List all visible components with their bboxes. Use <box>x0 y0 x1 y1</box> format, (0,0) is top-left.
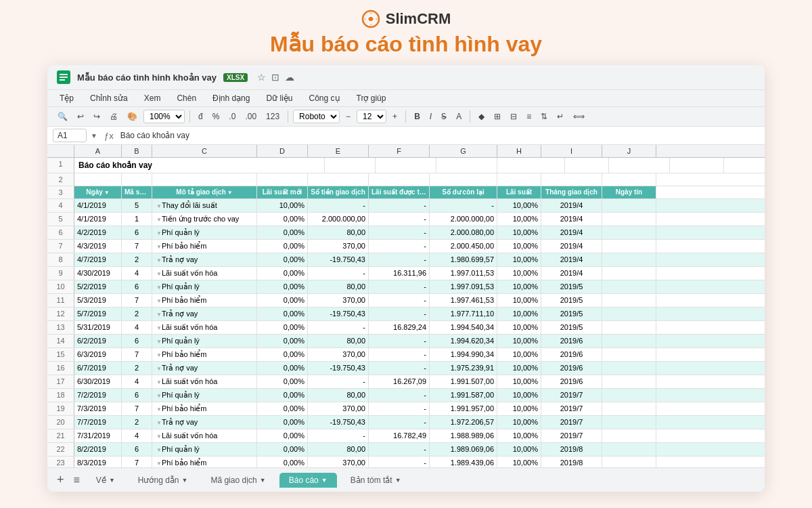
table-row: 12 5/7/2019 2 ▼Trả nợ vay 0,00% -19.750,… <box>47 308 765 321</box>
table-row: 7 4/3/2019 7 ▼Phí bảo hiểm 0,00% 370,00 … <box>47 240 765 253</box>
col-header-i[interactable]: I <box>541 145 602 157</box>
font-size-decrease-icon[interactable]: − <box>342 110 354 123</box>
slimcrm-icon <box>361 9 380 28</box>
header-so-du: Số dư còn lại <box>430 186 497 198</box>
row-num-header <box>47 145 74 157</box>
svg-rect-4 <box>60 77 68 78</box>
header-lai-suat: Lãi suất <box>497 186 541 198</box>
search-icon[interactable]: 🔍 <box>54 110 71 123</box>
tab-huong-dan[interactable]: Hướng dẫn▼ <box>129 473 198 488</box>
brand-name: SlimCRM <box>386 10 451 28</box>
align-button[interactable]: ≡ <box>523 110 535 123</box>
svg-rect-5 <box>60 79 65 81</box>
sheet-menu-icon[interactable]: ≡ <box>71 474 83 486</box>
table-row: 23 8/3/2019 7 ▼Phí bảo hiểm 0,00% 370,00… <box>47 457 765 467</box>
menu-chen[interactable]: Chèn <box>174 92 199 104</box>
table-row: 17 6/30/2019 4 ▼Lãi suất vốn hóa 0,00% -… <box>47 375 765 389</box>
fill-color-button[interactable]: ◆ <box>475 110 488 123</box>
table-row: 6 4/2/2019 6 ▼Phí quản lý 0,00% 80,00 - … <box>47 226 765 240</box>
merge-button[interactable]: ⊟ <box>507 110 520 123</box>
text-color-button[interactable]: A <box>453 110 465 123</box>
tab-ve[interactable]: Về▼ <box>87 473 125 488</box>
add-sheet-button[interactable]: + <box>54 473 67 487</box>
font-select[interactable]: Roboto <box>293 110 340 123</box>
cloud-icon[interactable]: ☁ <box>285 72 294 83</box>
table-row: 11 5/3/2019 7 ▼Phí bảo hiểm 0,00% 370,00… <box>47 294 765 308</box>
print-icon[interactable]: 🖨 <box>106 110 121 123</box>
xlsx-badge: XLSX <box>223 73 248 82</box>
tab-ve-chevron: ▼ <box>109 477 115 484</box>
menu-bar: Tệp Chỉnh sửa Xem Chèn Định dạng Dữ liệu… <box>47 90 765 107</box>
font-size-select[interactable]: 12 <box>357 110 386 123</box>
col-header-c[interactable]: C <box>152 145 257 157</box>
table-row: 19 7/3/2019 7 ▼Phí bảo hiểm 0,00% 370,00… <box>47 402 765 416</box>
decimal-inc-icon[interactable]: .00 <box>242 110 260 123</box>
table-row: 3 Ngày▼ Mã số▼ Mô tả giao dịch▼ Lãi suất… <box>47 186 765 199</box>
redo-icon[interactable]: ↪ <box>90 110 104 123</box>
borders-button[interactable]: ⊞ <box>491 110 504 123</box>
top-branding: SlimCRM <box>361 0 451 31</box>
menu-tep[interactable]: Tệp <box>57 92 76 104</box>
col-header-a[interactable]: A <box>74 145 122 157</box>
svg-rect-3 <box>60 74 68 75</box>
italic-button[interactable]: I <box>426 110 435 123</box>
tab-huong-dan-chevron: ▼ <box>182 477 188 484</box>
tab-ma-giao-dich[interactable]: Mã giao dịch▼ <box>201 473 275 488</box>
paint-icon[interactable]: 🎨 <box>124 110 141 123</box>
col-header-b[interactable]: B <box>122 145 152 157</box>
number-format-icon[interactable]: 123 <box>263 110 283 123</box>
tab-ban-tom-tat[interactable]: Bản tóm tắt▼ <box>341 473 411 488</box>
star-icon[interactable]: ☆ <box>257 72 266 83</box>
decimal-dec-icon[interactable]: .0 <box>225 110 239 123</box>
menu-xem[interactable]: Xem <box>141 92 164 104</box>
bottom-tabs: + ≡ Về▼ Hướng dẫn▼ Mã giao dịch▼ Báo cáo… <box>47 467 765 492</box>
formula-chevron-icon: ▼ <box>91 132 97 140</box>
col-header-g[interactable]: G <box>430 145 497 157</box>
table-row: 5 4/1/2019 1 ▼Tiền ứng trước cho vay 0,0… <box>47 213 765 226</box>
zoom-select[interactable]: 100% <box>143 110 185 123</box>
tab-bao-cao[interactable]: Báo cáo▼ <box>279 473 337 488</box>
table-row: 1 Báo cáo khoản vay <box>47 158 765 173</box>
menu-dinh-dang[interactable]: Định dạng <box>210 92 252 104</box>
menu-tro-giup[interactable]: Trợ giúp <box>354 92 389 104</box>
cell-reference[interactable]: A1 <box>53 129 87 142</box>
table-row: 14 6/2/2019 6 ▼Phí quản lý 0,00% 80,00 -… <box>47 335 765 348</box>
formula-content: Báo cáo khoản vay <box>120 131 189 140</box>
strikethrough-button[interactable]: S̶ <box>438 110 450 123</box>
toolbar: 🔍 ↩ ↪ 🖨 🎨 100% đ % .0 .00 123 Roboto − 1… <box>47 107 765 127</box>
bold-button[interactable]: B <box>411 110 424 123</box>
header-mo-ta: Mô tả giao dịch▼ <box>152 186 257 198</box>
header-so-tien: Số tiền giao dịch <box>308 186 369 198</box>
svg-point-1 <box>369 17 373 21</box>
percent-icon[interactable]: % <box>209 110 223 123</box>
wrap-button[interactable]: ↵ <box>554 110 567 123</box>
title-bar-icons: ☆ ⊡ ☁ <box>257 72 294 83</box>
formula-bar: A1 ▼ ƒx Báo cáo khoản vay <box>47 127 765 145</box>
title-bar: Mẫu báo cáo tình hinh khoản vay XLSX ☆ ⊡… <box>47 65 765 90</box>
header-ma-so: Mã số▼ <box>122 186 152 198</box>
font-size-increase-icon[interactable]: + <box>389 110 401 123</box>
menu-chinh-sua[interactable]: Chỉnh sửa <box>87 92 131 104</box>
col-header-d[interactable]: D <box>257 145 308 157</box>
folder-icon[interactable]: ⊡ <box>271 72 279 83</box>
col-header-f[interactable]: F <box>369 145 430 157</box>
menu-du-lieu[interactable]: Dữ liệu <box>263 92 295 104</box>
col-header-h[interactable]: H <box>497 145 541 157</box>
table-row: 13 5/31/2019 4 ▼Lãi suất vốn hóa 0,00% -… <box>47 321 765 335</box>
col-header-j[interactable]: J <box>602 145 656 157</box>
menu-cong-cu[interactable]: Công cụ <box>306 92 342 104</box>
spreadsheet-main-title: Báo cáo khoản vay <box>74 158 325 173</box>
header-lai-tinh: Lãi suất được tính toán <box>369 186 430 198</box>
spreadsheet-container: Mẫu báo cáo tình hinh khoản vay XLSX ☆ ⊡… <box>47 65 765 492</box>
column-headers: A B C D E F G H I J <box>47 145 765 158</box>
sheets-icon <box>57 70 70 84</box>
header-thang: Tháng giao dịch <box>541 186 602 198</box>
table-row: 4 4/1/2019 5 ▼Thay đổi lãi suất 10,00% -… <box>47 199 765 213</box>
fx-icon: ƒx <box>104 131 114 141</box>
tab-ban-tom-tat-chevron: ▼ <box>395 477 401 484</box>
rtl-button[interactable]: ⟺ <box>570 110 588 123</box>
currency-icon[interactable]: đ <box>195 110 206 123</box>
undo-icon[interactable]: ↩ <box>74 110 87 123</box>
col-header-e[interactable]: E <box>308 145 369 157</box>
valign-button[interactable]: ⇅ <box>537 110 551 123</box>
